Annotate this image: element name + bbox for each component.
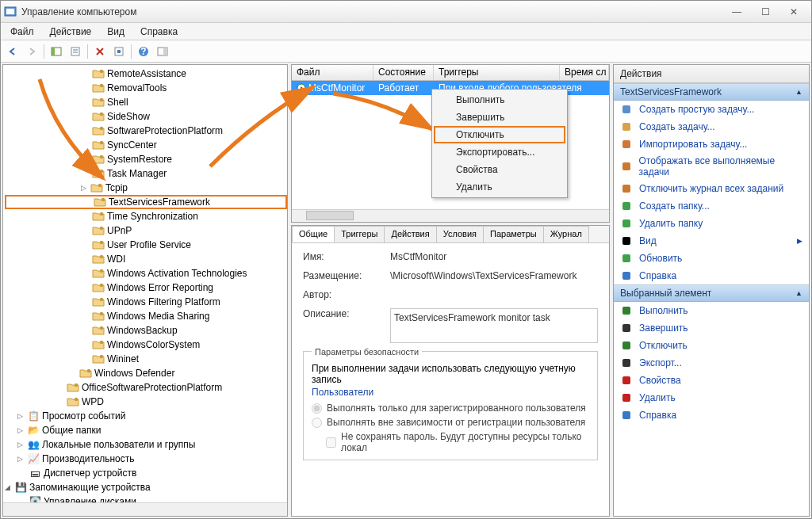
btn-panel[interactable]: [154, 43, 171, 60]
action-icon: [620, 409, 633, 422]
action-item[interactable]: Отключить: [614, 337, 809, 354]
tree-hscroll[interactable]: [3, 502, 287, 516]
tree-item[interactable]: Shell: [5, 95, 287, 109]
btn-delete[interactable]: [91, 43, 109, 60]
tree-item[interactable]: ▷📋Просмотр событий: [5, 409, 287, 423]
btn-help[interactable]: ?: [135, 43, 152, 60]
radio-any[interactable]: Выполнять вне зависимости от регистрации…: [312, 417, 589, 428]
action-item[interactable]: Экспорт...: [614, 354, 809, 372]
tree-item[interactable]: 💽Управление дисками: [5, 494, 287, 502]
col-triggers[interactable]: Триггеры: [434, 65, 560, 80]
action-item[interactable]: Справка: [614, 267, 809, 284]
tree-item[interactable]: Task Manager: [5, 166, 287, 181]
tab-actions[interactable]: Действия: [384, 226, 436, 242]
svg-rect-39: [622, 140, 630, 148]
action-label: Отключить: [639, 340, 688, 351]
ctx-export[interactable]: Экспортировать...: [434, 143, 565, 161]
tree-item[interactable]: ◢💾Запоминающие устройства: [5, 480, 287, 494]
tree-item[interactable]: ▷📈Производительность: [5, 452, 287, 466]
btn-props[interactable]: [67, 43, 84, 60]
action-item[interactable]: Завершить: [614, 319, 809, 337]
action-item[interactable]: Удалить папку: [614, 215, 809, 232]
list-hscroll[interactable]: [292, 209, 609, 222]
tree-item[interactable]: 🖴Диспетчер устройств: [5, 466, 287, 480]
tree-item[interactable]: Windows Activation Technologies: [5, 266, 287, 280]
tab-history[interactable]: Журнал: [543, 226, 589, 242]
action-item[interactable]: Выполнить: [614, 302, 809, 319]
ctx-end[interactable]: Завершить: [434, 109, 565, 126]
menu-view[interactable]: Вид: [101, 25, 131, 39]
action-item[interactable]: Импортировать задачу...: [614, 135, 809, 153]
tree-item[interactable]: WPD: [5, 395, 287, 409]
actions-group-selected[interactable]: Выбранный элемент▲: [614, 284, 809, 302]
tree-label: Shell: [107, 97, 128, 108]
action-item[interactable]: Создать задачу...: [614, 118, 809, 135]
tree-item[interactable]: WindowsBackup: [5, 323, 287, 338]
radio-logged-on[interactable]: Выполнять только для зарегистрированного…: [312, 403, 589, 414]
tree-item[interactable]: SoftwareProtectionPlatform: [5, 124, 287, 138]
tree-item[interactable]: WindowsColorSystem: [5, 338, 287, 352]
tab-conditions[interactable]: Условия: [436, 226, 484, 242]
action-item[interactable]: Обновить: [614, 250, 809, 267]
tree-item[interactable]: Windows Defender: [5, 366, 287, 380]
ctx-properties[interactable]: Свойства: [434, 161, 565, 178]
action-item[interactable]: Справка: [614, 406, 809, 424]
actions-group-context[interactable]: TextServicesFramework▲: [614, 83, 809, 101]
tree-item[interactable]: SystemRestore: [5, 152, 287, 166]
tree-item[interactable]: ▷📂Общие папки: [5, 423, 287, 437]
tree-item[interactable]: OfficeSoftwareProtectionPlatform: [5, 380, 287, 395]
menu-help[interactable]: Справка: [134, 25, 184, 39]
tree-item[interactable]: TextServicesFramework: [5, 195, 287, 209]
tree-item[interactable]: SideShow: [5, 109, 287, 124]
tree-item[interactable]: Windows Filtering Platform: [5, 295, 287, 309]
tree-item[interactable]: User Profile Service: [5, 238, 287, 252]
action-icon: [620, 103, 633, 116]
col-state[interactable]: Состояние: [373, 65, 434, 80]
label-location: Размещение:: [303, 270, 390, 281]
menu-action[interactable]: Действие: [44, 25, 98, 39]
tree-item[interactable]: RemoteAssistance: [5, 67, 287, 81]
action-item[interactable]: Свойства: [614, 372, 809, 389]
maximize-button[interactable]: ☐: [751, 3, 779, 21]
tab-general[interactable]: Общие: [292, 226, 335, 242]
svg-rect-42: [622, 202, 630, 210]
close-button[interactable]: ✕: [779, 3, 808, 21]
ctx-delete[interactable]: Удалить: [434, 178, 565, 196]
action-item[interactable]: Удалить: [614, 389, 809, 406]
col-time[interactable]: Время сл: [560, 65, 609, 80]
svg-rect-11: [163, 48, 167, 55]
btn-export[interactable]: [110, 43, 128, 60]
tree-item[interactable]: Time Synchronization: [5, 209, 287, 223]
action-item[interactable]: Вид▶: [614, 232, 809, 250]
tree-item[interactable]: Windows Media Sharing: [5, 309, 287, 323]
action-item[interactable]: Создать простую задачу...: [614, 101, 809, 118]
ctx-run[interactable]: Выполнить: [434, 91, 565, 109]
tree-label: SideShow: [107, 111, 150, 122]
tree-item[interactable]: WDI: [5, 252, 287, 266]
window-title: Управление компьютером: [21, 6, 722, 17]
tree-item[interactable]: ▷👥Локальные пользователи и группы: [5, 437, 287, 452]
btn-tree[interactable]: [48, 43, 65, 60]
label-author: Автор:: [303, 289, 390, 300]
col-file[interactable]: Файл: [292, 65, 373, 80]
folder-icon: [92, 96, 105, 109]
minimize-button[interactable]: —: [722, 3, 751, 21]
nav-back-button[interactable]: [4, 43, 21, 60]
ctx-disable[interactable]: Отключить: [434, 126, 565, 143]
check-nopass[interactable]: Не сохранять пароль. Будут доступны ресу…: [312, 431, 589, 453]
tab-triggers[interactable]: Триггеры: [334, 226, 385, 242]
tree-item[interactable]: UPnP: [5, 223, 287, 238]
tab-settings[interactable]: Параметры: [483, 226, 544, 242]
tree-item[interactable]: SyncCenter: [5, 138, 287, 152]
action-item[interactable]: Создать папку...: [614, 197, 809, 215]
tree-item[interactable]: Windows Error Reporting: [5, 280, 287, 295]
tree-item[interactable]: ▷Tcpip: [5, 181, 287, 195]
action-icon: [620, 304, 633, 317]
tree-item[interactable]: RemovalTools: [5, 81, 287, 95]
tree-label: UPnP: [107, 225, 132, 236]
nav-fwd-button[interactable]: [23, 43, 40, 60]
tree-item[interactable]: Wininet: [5, 352, 287, 366]
action-item[interactable]: Отключить журнал всех заданий: [614, 180, 809, 197]
menu-file[interactable]: Файл: [4, 25, 40, 39]
action-item[interactable]: Отображать все выполняемые задачи: [614, 153, 809, 180]
